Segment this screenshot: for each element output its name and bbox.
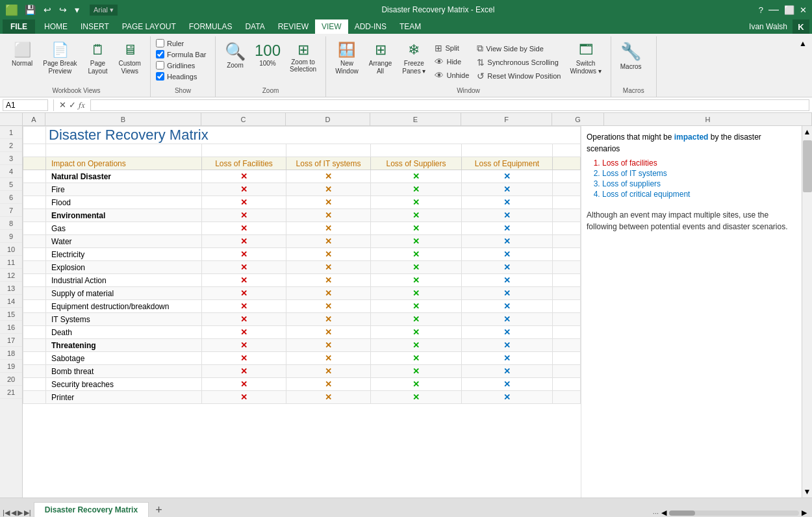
sync-scroll-btn[interactable]: ⇅ Synchronous Scrolling [474,56,563,69]
row-8[interactable]: 8 [0,217,22,230]
table-row[interactable]: Printer ✕ ✕ ✕ ✕ [23,391,581,404]
customize-quick-btn[interactable]: ▾ [72,3,82,16]
cell-d19[interactable]: ✕ [286,365,371,378]
cell-e12[interactable]: ✕ [371,274,462,287]
row-16[interactable]: 16 [0,321,22,334]
cell-f13[interactable]: ✕ [462,287,553,300]
cell-g7[interactable] [553,209,581,222]
col-header-a[interactable]: A [23,113,45,125]
zoom-selection-btn[interactable]: ⊞ Zoom toSelection [286,39,320,75]
cell-e14[interactable]: ✕ [371,300,462,313]
cell-c19[interactable]: ✕ [202,365,286,378]
ruler-input[interactable] [156,39,164,47]
cell-e11[interactable]: ✕ [371,261,462,274]
cell-a3[interactable] [23,157,46,170]
table-row[interactable] [23,144,581,157]
cell-g17[interactable] [553,339,581,352]
row-10[interactable]: 10 [0,243,22,256]
cell-a9[interactable] [23,235,46,248]
cell-b17[interactable]: Threatening [46,339,202,352]
cell-c17[interactable]: ✕ [202,339,286,352]
row-7[interactable]: 7 [0,204,22,217]
row-17[interactable]: 17 [0,334,22,347]
scroll-thumb[interactable] [803,140,812,192]
ruler-checkbox[interactable]: Ruler [156,39,207,47]
gridlines-checkbox[interactable]: Gridlines [156,61,207,69]
cell-g13[interactable] [553,287,581,300]
cell-a5[interactable] [23,183,46,196]
normal-view-btn[interactable]: ⬜ Normal [8,39,36,70]
sheet-nav-first[interactable]: |◀ [3,509,10,517]
gridlines-input[interactable] [156,61,164,69]
cell-c7[interactable]: ✕ [202,209,286,222]
table-row[interactable]: Bomb threat ✕ ✕ ✕ ✕ [23,365,581,378]
hscroll-left[interactable]: ◀ [661,509,666,517]
cell-c6[interactable]: ✕ [202,196,286,209]
headings-checkbox[interactable]: Headings [156,72,207,81]
hscroll-right[interactable]: ▶ [802,509,807,517]
add-sheet-btn[interactable]: + [150,503,168,517]
reset-window-btn[interactable]: ↺ Reset Window Position [474,69,563,82]
cell-d7[interactable]: ✕ [286,209,371,222]
page-layout-btn[interactable]: 🗒 PageLayout [84,39,112,78]
row-5[interactable]: 5 [0,178,22,191]
zoom-100-btn[interactable]: 100 100% [251,39,285,69]
col-header-e[interactable]: E [370,113,461,125]
cell-c10[interactable]: ✕ [202,248,286,261]
row-9[interactable]: 9 [0,230,22,243]
hscroll-thumb[interactable] [669,511,695,516]
cell-c2[interactable] [202,144,286,157]
cell-f14[interactable]: ✕ [462,300,553,313]
row-20[interactable]: 20 [0,373,22,386]
cell-e21[interactable]: ✕ [371,391,462,404]
cell-e13[interactable]: ✕ [371,287,462,300]
cell-b15[interactable]: IT Systems [46,313,202,326]
row-4[interactable]: 4 [0,165,22,178]
cell-d15[interactable]: ✕ [286,313,371,326]
cell-f11[interactable]: ✕ [462,261,553,274]
font-selector[interactable]: Arial ▾ [90,5,118,16]
cell-c12[interactable]: ✕ [202,274,286,287]
table-row[interactable]: Death ✕ ✕ ✕ ✕ [23,326,581,339]
cell-d17[interactable]: ✕ [286,339,371,352]
col-header-b[interactable]: B [45,113,201,125]
cell-f12[interactable]: ✕ [462,274,553,287]
cell-c20[interactable]: ✕ [202,378,286,391]
formula-bar-input[interactable] [156,50,164,58]
table-row[interactable]: Natural Disaster ✕ ✕ ✕ ✕ [23,170,581,183]
cell-g11[interactable] [553,261,581,274]
ribbon-collapse-btn[interactable]: ▲ [794,36,812,51]
minimize-btn[interactable]: — [768,4,779,16]
row-11[interactable]: 11 [0,256,22,269]
cell-c4[interactable]: ✕ [202,170,286,183]
cell-g9[interactable] [553,235,581,248]
insert-function-icon[interactable]: 𝑓𝑥 [79,100,85,110]
cell-d2[interactable] [286,144,371,157]
cell-c15[interactable]: ✕ [202,313,286,326]
cell-c5[interactable]: ✕ [202,183,286,196]
row-13[interactable]: 13 [0,282,22,295]
row-19[interactable]: 19 [0,360,22,373]
col-header-c[interactable]: C [201,113,286,125]
sheet-nav-last[interactable]: ▶| [24,509,31,517]
formulas-menu[interactable]: FORMULAS [183,19,239,34]
table-row[interactable]: Sabotage ✕ ✕ ✕ ✕ [23,352,581,365]
cell-b7[interactable]: Environmental [46,209,202,222]
cell-a14[interactable] [23,300,46,313]
cell-f7[interactable]: ✕ [462,209,553,222]
cell-c13[interactable]: ✕ [202,287,286,300]
cell-a19[interactable] [23,365,46,378]
cell-f19[interactable]: ✕ [462,365,553,378]
split-btn[interactable]: ⊞ Split [432,42,472,55]
cell-d4[interactable]: ✕ [286,170,371,183]
table-row[interactable]: Disaster Recovery Matrix [23,127,581,144]
cell-f10[interactable]: ✕ [462,248,553,261]
cell-a10[interactable] [23,248,46,261]
page-layout-menu[interactable]: PAGE LAYOUT [116,19,183,34]
spreadsheet-content[interactable]: Disaster Recovery Matrix Impact on Op [23,126,581,498]
cell-d16[interactable]: ✕ [286,326,371,339]
sheet-nav-next[interactable]: ▶ [18,509,23,517]
scroll-up-btn[interactable]: ▲ [802,126,812,138]
cell-d12[interactable]: ✕ [286,274,371,287]
cell-d11[interactable]: ✕ [286,261,371,274]
